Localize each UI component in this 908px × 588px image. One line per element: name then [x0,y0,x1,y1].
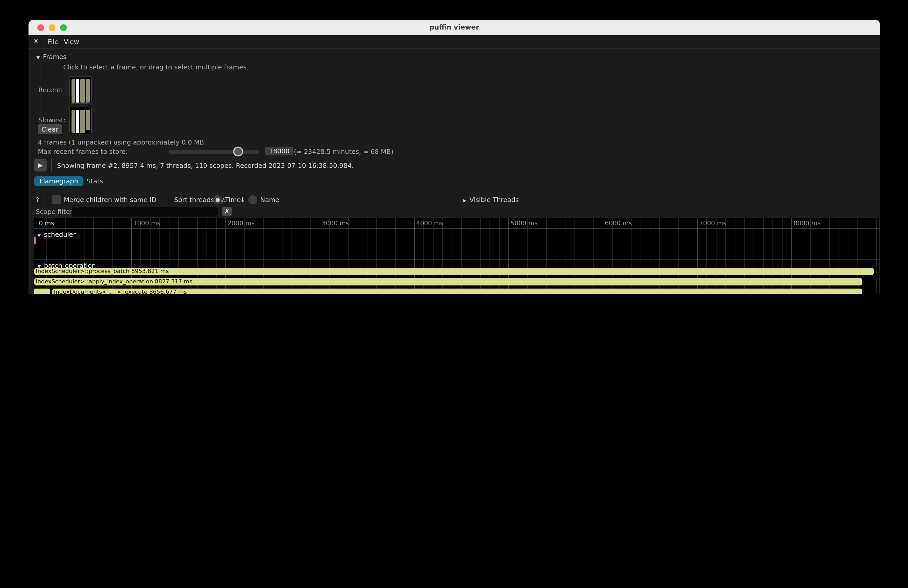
frame-bar[interactable] [76,79,80,103]
flamegraph-canvas[interactable]: 0 ms0 ms1000 ms1000 ms2000 ms2000 ms3000… [34,218,879,294]
sort-descending-icon: ↓ [240,196,245,204]
screen: puffin viewer ☀ File View ▼Frames Click … [0,0,908,294]
frames-summary: 4 frames (1 unpacked) using approximatel… [38,138,206,146]
menu-file[interactable]: File [48,38,59,46]
frame-bar[interactable] [71,110,75,133]
axis-label-top: 6000 ms [605,220,632,227]
frame-bar[interactable] [80,79,85,103]
collapse-icon: ▼ [37,233,41,238]
frame-bar[interactable] [80,110,85,133]
max-frames-label: Max recent frames to store: [38,148,128,156]
merge-children-checkbox[interactable] [52,195,61,204]
separator [29,192,880,192]
divider [45,194,45,206]
divider [51,159,52,172]
axis-label-top: 8000 ms [794,220,821,227]
separator [29,174,880,174]
frame-bar[interactable] [86,79,90,103]
max-frames-estimate: (≈ 23428.5 minutes, ≈ 68 MB) [294,148,393,156]
flame-bar[interactable]: IndexDocuments<_, _>::execute 8656.677 m… [52,289,862,294]
scope-filter-input[interactable] [72,207,218,217]
axis-label-top: 4000 ms [416,220,443,227]
collapse-icon: ▼ [36,55,40,60]
slowest-label: Slowest: [39,116,66,124]
recent-frames-thumbnail[interactable] [69,76,92,104]
thread-header-scheduler[interactable]: ▼scheduler [36,231,79,239]
menu-view[interactable]: View [64,38,79,46]
frame-bar[interactable] [86,110,90,130]
visible-threads-header[interactable]: ▶Visible Threads [463,196,519,204]
recent-label: Recent: [39,86,63,94]
merge-children-label[interactable]: Merge children with same ID [64,196,156,204]
frame-bar[interactable] [76,110,80,133]
frame-bar[interactable] [71,79,75,103]
slowest-frames-thumbnail[interactable] [69,107,92,134]
clear-button[interactable]: Clear [38,124,62,134]
collapse-closed-icon: ▶ [463,198,467,203]
axis-label-top: 2000 ms [227,220,255,227]
showing-frame-text: Showing frame #2, 8957.4 ms, 7 threads, … [57,162,354,169]
sort-time-radio[interactable] [213,195,222,204]
divider [167,194,167,206]
flame-bar[interactable]: IndexScheduler>::process_batch 8953.821 … [34,268,874,275]
tab-stats[interactable]: Stats [81,176,108,186]
sort-name-label[interactable]: Name [260,196,279,204]
clear-filter-button[interactable]: ✗ [222,207,232,216]
slider-knob[interactable] [233,146,243,156]
sort-name-radio[interactable] [248,195,257,204]
flame-bar[interactable] [34,237,36,244]
title-bar: puffin viewer [29,20,880,35]
section-separator [34,228,879,228]
axis-label-top: 3000 ms [322,220,349,227]
max-frames-value[interactable]: 18000 [266,146,293,156]
frames-hint: Click to select a frame, or drag to sele… [63,63,248,71]
axis-label-top: 5000 ms [510,220,538,227]
sort-time-label[interactable]: Time [225,196,241,204]
menu-bar: ☀ File View [29,35,880,49]
max-frames-slider[interactable] [168,150,259,154]
window-title: puffin viewer [29,23,880,31]
axis-label-top: 0 ms [39,220,54,227]
play-button[interactable]: ▶ [34,159,47,172]
frames-section-header[interactable]: ▼Frames [36,53,67,61]
axis-label-top: 1000 ms [133,220,160,227]
app-window: puffin viewer ☀ File View ▼Frames Click … [29,20,880,294]
flame-bar[interactable]: IndexScheduler>::apply_index_operation 8… [34,278,862,286]
tab-flamegraph[interactable]: Flamegraph [34,176,84,186]
section-separator [34,260,879,260]
axis-label-top: 7000 ms [699,220,726,227]
theme-toggle-icon[interactable]: ☀ [33,37,39,45]
help-button[interactable]: ? [36,196,39,204]
scope-filter-label: Scope filter: [36,208,75,215]
flame-bar[interactable] [34,289,50,294]
menu-divider [45,37,45,47]
